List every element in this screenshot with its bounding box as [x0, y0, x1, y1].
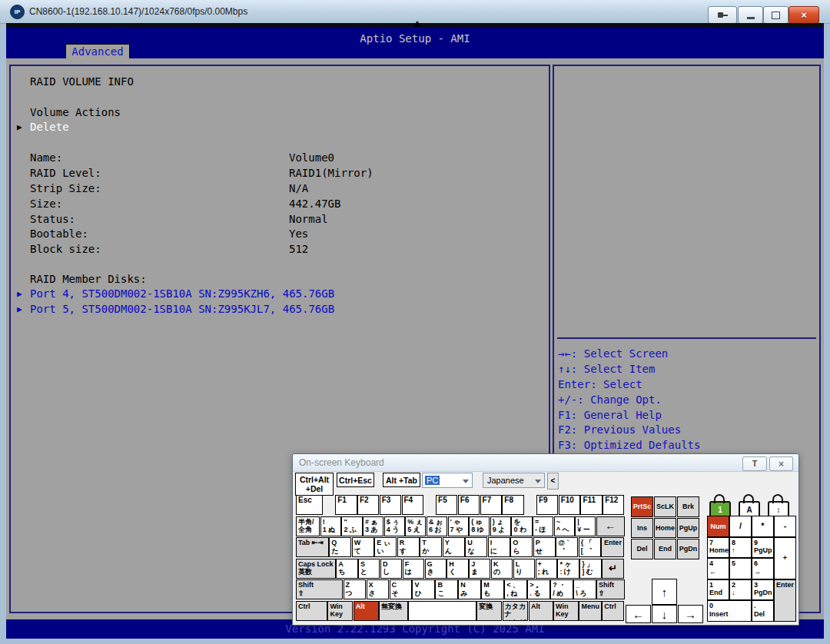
key-5[interactable]: % ぇ 5 え — [405, 516, 426, 536]
ctrl-alt-del-button[interactable]: Ctrl+Alt +Del — [295, 473, 334, 496]
key-f9[interactable]: F9 — [536, 495, 558, 515]
numpad-key-4[interactable]: 4 ← — [707, 558, 729, 579]
numpad-key-enter[interactable]: Enter — [774, 579, 796, 622]
key-x[interactable]: X さ — [367, 579, 389, 599]
key-key[interactable]: 変換 — [476, 601, 502, 621]
key-shift[interactable]: Shift ⇧ — [296, 579, 343, 599]
key-a[interactable]: A ち — [336, 559, 357, 579]
key-f12[interactable]: F12 — [603, 495, 624, 515]
key-c[interactable]: C そ — [390, 579, 412, 599]
key-key[interactable]: { 「 [ ゜ — [579, 537, 601, 557]
key-l[interactable]: L り — [513, 559, 535, 579]
keyboard-language-select[interactable]: Japanese — [483, 473, 545, 488]
key-alt[interactable]: Alt — [354, 601, 379, 621]
numpad-key-6[interactable]: 6 → — [752, 558, 774, 579]
key-7[interactable]: ' ゃ 7 や — [448, 516, 469, 536]
ctrl-esc-button[interactable]: Ctrl+Esc — [337, 473, 374, 487]
numpad-key-num[interactable]: Num — [707, 516, 729, 537]
key-winkey[interactable]: Win Key — [553, 601, 579, 621]
key-key[interactable]: * ヶ : け — [557, 559, 579, 579]
pin-button[interactable] — [708, 6, 737, 24]
key-ctrl[interactable]: Ctrl — [296, 601, 327, 621]
key-tab[interactable]: Tab ⇤⇥ — [296, 537, 329, 557]
key-q[interactable]: Q た — [329, 537, 351, 557]
key-arrow-down[interactable]: ↓ — [652, 605, 677, 623]
numpad-key-mul[interactable]: * — [752, 516, 774, 537]
key-8[interactable]: ( ゅ 8 ゆ — [469, 516, 490, 536]
key-f10[interactable]: F10 — [559, 495, 580, 515]
key-key[interactable]: | ¥ ー — [575, 516, 596, 536]
numpad-key-5[interactable]: 5 — [729, 558, 752, 579]
numpad-key-3[interactable]: 3 PgDn — [752, 579, 774, 601]
key-brk[interactable]: Brk — [677, 496, 699, 517]
key-esc[interactable]: Esc — [296, 495, 323, 515]
key-prtsc[interactable]: PrtSc — [631, 496, 653, 517]
key-e[interactable]: E ぃ い — [374, 537, 397, 557]
key-f4[interactable]: F4 — [402, 495, 423, 515]
numpad-key-2[interactable]: 2 ↓ — [729, 579, 752, 601]
key-key[interactable]: 無変換 — [379, 601, 407, 621]
key-h[interactable]: H く — [447, 559, 468, 579]
key-key[interactable] — [408, 601, 476, 621]
key-n[interactable]: N み — [458, 579, 480, 599]
key-z[interactable]: Z つ — [344, 579, 366, 599]
key-6[interactable]: & ぉ 6 お — [427, 516, 447, 536]
key-u[interactable]: U な — [465, 537, 487, 557]
key-key[interactable]: 半角/ 全角 — [296, 516, 320, 536]
key-f7[interactable]: F7 — [480, 495, 502, 515]
key-ins[interactable]: Ins — [631, 518, 653, 539]
numpad-key-8[interactable]: 8 ↑ — [729, 537, 752, 559]
key-v[interactable]: V ひ — [412, 579, 434, 599]
key-o[interactable]: O ら — [510, 537, 533, 557]
key-p[interactable]: P せ — [533, 537, 556, 557]
collapse-button[interactable]: < — [547, 473, 559, 490]
key-del[interactable]: Del — [631, 539, 653, 559]
key-y[interactable]: Y ん — [443, 537, 465, 557]
key-4[interactable]: $ ぅ 4 う — [384, 516, 405, 536]
key-shift[interactable]: Shift ⇧ — [596, 579, 624, 599]
numpad-key-dot[interactable]: . Del — [752, 600, 774, 622]
key-t[interactable]: T か — [420, 537, 442, 557]
key-ctrl[interactable]: Ctrl — [602, 601, 624, 621]
numpad-key-plus[interactable]: + — [774, 537, 796, 579]
key-capslock[interactable]: Caps Lock 英数 — [296, 559, 336, 579]
minimize-button[interactable] — [738, 6, 763, 24]
key-k[interactable]: K の — [491, 559, 513, 579]
key-key[interactable]: ← — [596, 516, 625, 536]
maximize-button[interactable] — [763, 6, 788, 24]
key-pgup[interactable]: PgUp — [677, 518, 699, 539]
alt-tab-button[interactable]: Alt +Tab — [383, 473, 420, 487]
key-key[interactable]: } 」 ] む — [579, 559, 601, 579]
key-r[interactable]: R す — [397, 537, 420, 557]
numpad-key-sub[interactable]: - — [774, 516, 796, 537]
key-key[interactable]: = - ほ — [533, 516, 553, 536]
key-enter[interactable]: Enter — [601, 537, 624, 557]
tab-advanced[interactable]: Advanced — [65, 44, 130, 59]
key-f[interactable]: F は — [403, 559, 424, 579]
key-b[interactable]: B こ — [435, 579, 457, 599]
key-2[interactable]: " 2 ふ — [341, 516, 362, 536]
key-0[interactable]: を 0 わ — [511, 516, 532, 536]
key-+[interactable]: + ; れ — [536, 559, 557, 579]
key-1[interactable]: ! 1 ぬ — [320, 516, 341, 536]
key-key[interactable]: > 。 . る — [527, 579, 549, 599]
numpad-key-1[interactable]: 1 End — [707, 579, 729, 601]
key-9[interactable]: ) ょ 9 よ — [490, 516, 511, 536]
key-f2[interactable]: F2 — [357, 495, 379, 515]
key-key[interactable]: ? ・ / め — [550, 579, 573, 599]
key-sclk[interactable]: ScLK — [654, 496, 676, 517]
delete-action-item[interactable]: ▶ Delete — [11, 121, 549, 136]
osk-titlebar[interactable]: On-screen Keyboard T × — [293, 454, 798, 472]
osk-transparency-button[interactable]: T — [742, 456, 767, 471]
key-home[interactable]: Home — [654, 518, 676, 539]
key-i[interactable]: I に — [488, 537, 510, 557]
key-m[interactable]: M も — [481, 579, 503, 599]
key-key[interactable]: ~ ^ へ — [554, 516, 575, 536]
close-button[interactable]: × — [788, 6, 819, 24]
key-j[interactable]: J ま — [469, 559, 490, 579]
key-d[interactable]: D し — [380, 559, 402, 579]
key-key[interactable]: ↵ — [602, 559, 624, 579]
numpad-key-0[interactable]: 0 Insert — [707, 600, 752, 622]
key-key[interactable]: カタカナ ひらがな — [503, 601, 529, 621]
key-winkey[interactable]: Win Key — [327, 601, 353, 621]
